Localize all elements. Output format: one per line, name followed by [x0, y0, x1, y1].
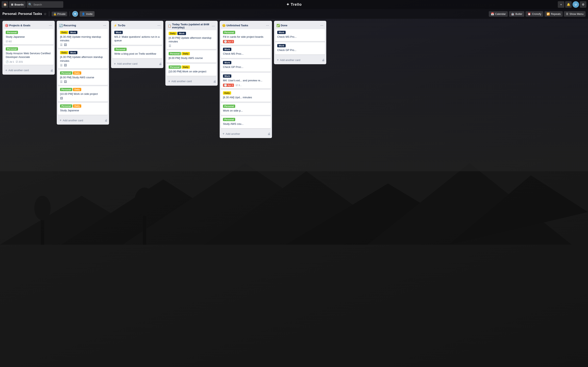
- visibility-badge[interactable]: 🔒 Private: [52, 12, 67, 16]
- card-title-today-tasks-0: [4.30 PM] Update afternoon standup minut…: [169, 36, 214, 43]
- card-labels-recurring-1: DailyWork: [60, 51, 106, 54]
- badge-text-unfinished-tasks-3-1: 3...: [238, 84, 242, 86]
- card-unfinished-tasks-4[interactable]: Daily[8.30 AM] Upd... minutes: [221, 90, 271, 102]
- card-done-0[interactable]: WorkCheck MS Pro...: [275, 29, 325, 41]
- badge-icon-unfinished-tasks-3-0: 🕐: [224, 84, 227, 87]
- card-to-do-0[interactable]: WorkM3.2: Make questions' actions run in…: [112, 29, 162, 45]
- card-action-list-recurring-1-0[interactable]: ☰: [60, 64, 63, 67]
- list-menu-btn-unfinished-tasks[interactable]: ···: [265, 23, 270, 28]
- card-recurring-3[interactable]: PersonalDaily[10.00 PM] Work on side pro…: [58, 86, 108, 101]
- print-btn-to-do[interactable]: 🖨: [158, 61, 163, 66]
- repeats-button[interactable]: 🔁 Repeats: [545, 11, 563, 17]
- card-recurring-1[interactable]: DailyWork[4.30 PM] Update afternoon stan…: [58, 49, 108, 68]
- list-menu-btn-projects-goals[interactable]: ···: [48, 23, 53, 28]
- search-input[interactable]: [34, 3, 62, 6]
- print-btn-done[interactable]: 🖨: [321, 58, 325, 62]
- card-unfinished-tasks-2[interactable]: WorkCheck GP Proc...: [221, 59, 271, 71]
- badge-projects-goals-1-0: 🕐 Jul 1: [6, 60, 14, 63]
- settings-button[interactable]: ⚙: [580, 1, 586, 8]
- card-action-list-recurring-0-0[interactable]: ☰: [60, 43, 63, 47]
- card-recurring-0[interactable]: DailyWork[8.30 AM] Update morning standu…: [58, 29, 108, 48]
- show-menu-label: Show Menu: [570, 12, 584, 16]
- card-projects-goals-0[interactable]: PersonalStudy Japanese☑ 0/2: [4, 29, 53, 44]
- print-btn-unfinished-tasks[interactable]: 🖨: [267, 131, 271, 136]
- label-recurring-4-1: Daily: [73, 104, 81, 108]
- butler-button[interactable]: 🤖 Butler: [509, 11, 524, 17]
- search-bar[interactable]: 🔍: [26, 1, 63, 8]
- boards-button[interactable]: ⊞ Boards: [9, 1, 26, 8]
- card-action-card-recurring-1-1[interactable]: 🖼: [64, 64, 67, 67]
- lock-icon: 🔒: [53, 12, 57, 16]
- card-unfinished-tasks-3[interactable]: WorkM4: User's ext... and preview re...🕐…: [221, 73, 271, 89]
- home-button[interactable]: 🏠: [2, 1, 8, 8]
- create-button[interactable]: +: [558, 1, 564, 8]
- card-unfinished-tasks-0[interactable]: PersonalFill in cards for side project b…: [221, 29, 271, 45]
- repeats-label: Repeats: [551, 12, 561, 16]
- add-card-label-projects-goals: Add another card: [8, 69, 29, 72]
- card-action-card-recurring-3-0[interactable]: 🖼: [60, 97, 63, 100]
- card-done-1[interactable]: WorkCheck GP Pro...: [275, 42, 325, 54]
- invite-button[interactable]: 👤 Invite: [80, 11, 95, 17]
- card-today-tasks-2[interactable]: PersonalDaily[10.00 PM] Work on side pro…: [167, 64, 216, 76]
- print-btn-recurring[interactable]: 🖨: [104, 118, 108, 123]
- user-avatar[interactable]: U: [572, 1, 579, 8]
- card-today-tasks-1[interactable]: PersonalDaily[8.00 PM] Study AWS course: [167, 50, 216, 62]
- list-menu-btn-recurring[interactable]: ···: [102, 23, 107, 28]
- list-menu-btn-done[interactable]: ···: [320, 23, 324, 28]
- card-action-list-today-tasks-0-0[interactable]: ☰: [169, 44, 171, 48]
- board-title[interactable]: Personal: Personal Tasks: [2, 12, 42, 16]
- add-card-btn-today-tasks[interactable]: + Add another card: [166, 78, 212, 85]
- label-unfinished-tasks-4-0: Daily: [223, 91, 231, 95]
- list-header-done: ✅Done···: [274, 21, 326, 29]
- print-btn-projects-goals[interactable]: 🖨: [49, 68, 54, 73]
- repeats-icon: 🔁: [546, 12, 550, 16]
- cronofy-button[interactable]: ⏰ Cronofy: [526, 11, 543, 17]
- calendar-label: Calendar: [495, 12, 506, 16]
- card-title-projects-goals-1: Study Amazon Web Services Certified Deve…: [6, 52, 52, 59]
- nav-divider-1: [49, 11, 49, 16]
- visibility-label: Private: [57, 12, 66, 16]
- member-avatar-1[interactable]: M: [72, 11, 78, 17]
- card-action-card-recurring-2-1[interactable]: 🖼: [64, 80, 67, 83]
- card-projects-goals-1[interactable]: PersonalStudy Amazon Web Services Certif…: [4, 46, 53, 65]
- card-labels-unfinished-tasks-2: Work: [223, 61, 269, 64]
- calendar-button[interactable]: 📅 Calendar: [489, 11, 508, 17]
- add-card-label-to-do: Add another card: [117, 62, 138, 65]
- card-unfinished-tasks-6[interactable]: PersonalStudy AWS cou...: [221, 116, 271, 128]
- card-unfinished-tasks-1[interactable]: WorkCheck MS Proc...: [221, 46, 271, 58]
- star-button[interactable]: ☆: [44, 12, 47, 16]
- list-icon-recurring: 🔄: [59, 24, 63, 27]
- list-menu-btn-today-tasks[interactable]: ···: [211, 24, 216, 29]
- list-cards-done: WorkCheck MS Pro...WorkCheck GP Pro...: [274, 29, 326, 56]
- card-labels-today-tasks-1: PersonalDaily: [169, 52, 214, 55]
- card-action-list-recurring-2-0[interactable]: ☰: [60, 80, 63, 83]
- card-recurring-4[interactable]: PersonalDailyStudy Japanese: [58, 103, 108, 115]
- search-icon: 🔍: [28, 3, 32, 7]
- card-today-tasks-0[interactable]: DailyWork[4.30 PM] Update afternoon stan…: [167, 30, 216, 49]
- list-menu-btn-to-do[interactable]: ···: [156, 23, 161, 28]
- card-title-to-do-1: Write a blog post on Trello workflow: [114, 52, 160, 56]
- label-recurring-1-0: Daily: [60, 51, 68, 54]
- card-recurring-2[interactable]: PersonalDaily[8.00 PM] Study AWS course☰…: [58, 70, 108, 85]
- add-card-btn-unfinished-tasks[interactable]: + Add another: [221, 130, 267, 137]
- add-card-btn-recurring[interactable]: + Add another card: [58, 117, 104, 124]
- label-today-tasks-2-0: Personal: [169, 66, 181, 69]
- trello-logo: ✦ Trello: [286, 2, 302, 7]
- card-badges-projects-goals-1: 🕐 Jul 1☑ 2/21: [6, 60, 52, 63]
- list-title-text-today-tasks: Today Tasks (updated at 8AM everyday): [172, 23, 211, 29]
- print-btn-today-tasks[interactable]: 🖨: [212, 79, 217, 84]
- show-menu-button[interactable]: ☰ Show Menu: [564, 11, 586, 17]
- add-card-btn-to-do[interactable]: + Add another card: [112, 60, 158, 67]
- list-done: ✅Done···WorkCheck MS Pro...WorkCheck GP …: [274, 21, 326, 64]
- card-actions-recurring-2: ☰🖼: [60, 80, 106, 83]
- label-recurring-1-1: Work: [69, 51, 77, 54]
- add-card-btn-done[interactable]: + Add another card: [275, 57, 321, 63]
- card-to-do-1[interactable]: PersonalWrite a blog post on Trello work…: [112, 46, 162, 58]
- list-title-text-done: Done: [281, 24, 287, 27]
- card-unfinished-tasks-5[interactable]: PersonalWork on side p...: [221, 103, 271, 115]
- card-action-card-recurring-0-1[interactable]: 🖼: [64, 43, 67, 47]
- notifications-button[interactable]: 🔔: [565, 1, 572, 8]
- card-labels-today-tasks-0: DailyWork: [169, 32, 214, 35]
- list-cards-unfinished-tasks: PersonalFill in cards for side project b…: [220, 29, 272, 129]
- add-card-btn-projects-goals[interactable]: + Add another card: [3, 67, 49, 74]
